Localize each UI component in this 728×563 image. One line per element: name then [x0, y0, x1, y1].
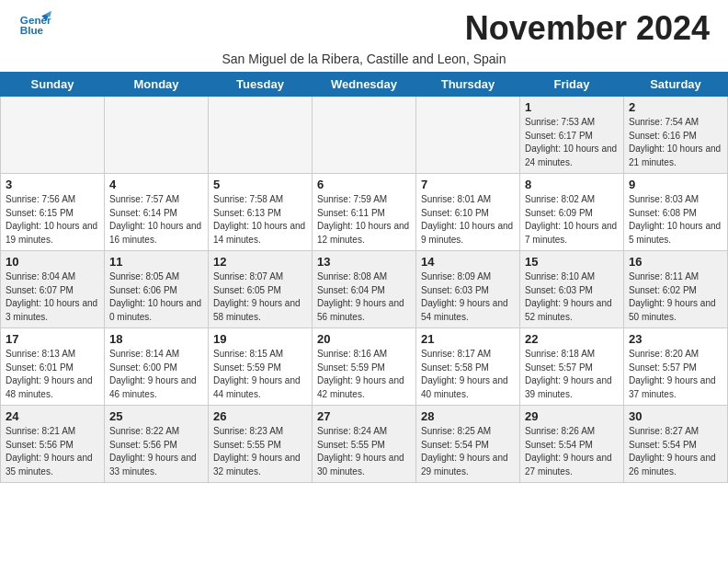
- day-number: 30: [629, 409, 722, 423]
- day-number: 15: [525, 255, 619, 269]
- day-info: Sunrise: 7:57 AM Sunset: 6:14 PM Dayligh…: [109, 193, 203, 247]
- calendar-day-cell: 19Sunrise: 8:15 AM Sunset: 5:59 PM Dayli…: [209, 328, 313, 406]
- day-info: Sunrise: 7:56 AM Sunset: 6:15 PM Dayligh…: [6, 193, 99, 247]
- weekday-header-cell: Saturday: [624, 73, 728, 97]
- calendar-day-cell: 24Sunrise: 8:21 AM Sunset: 5:56 PM Dayli…: [1, 406, 105, 483]
- calendar-day-cell: 15Sunrise: 8:10 AM Sunset: 6:03 PM Dayli…: [520, 251, 624, 328]
- day-info: Sunrise: 7:58 AM Sunset: 6:13 PM Dayligh…: [213, 193, 307, 247]
- calendar-day-cell: 29Sunrise: 8:26 AM Sunset: 5:54 PM Dayli…: [520, 406, 624, 483]
- calendar-day-cell: 5Sunrise: 7:58 AM Sunset: 6:13 PM Daylig…: [209, 174, 313, 251]
- calendar-day-cell: 9Sunrise: 8:03 AM Sunset: 6:08 PM Daylig…: [624, 174, 728, 251]
- day-number: 6: [317, 178, 411, 191]
- calendar-day-cell: [416, 97, 520, 174]
- calendar-day-cell: 1Sunrise: 7:53 AM Sunset: 6:17 PM Daylig…: [520, 97, 624, 174]
- day-info: Sunrise: 8:13 AM Sunset: 6:01 PM Dayligh…: [6, 348, 99, 401]
- calendar-day-cell: 3Sunrise: 7:56 AM Sunset: 6:15 PM Daylig…: [1, 174, 105, 251]
- day-info: Sunrise: 8:08 AM Sunset: 6:04 PM Dayligh…: [317, 270, 411, 324]
- calendar-week-row: 17Sunrise: 8:13 AM Sunset: 6:01 PM Dayli…: [1, 328, 728, 406]
- logo: General Blue: [18, 9, 51, 42]
- day-info: Sunrise: 8:09 AM Sunset: 6:03 PM Dayligh…: [421, 270, 515, 324]
- calendar-day-cell: 30Sunrise: 8:27 AM Sunset: 5:54 PM Dayli…: [624, 406, 728, 483]
- calendar-week-row: 10Sunrise: 8:04 AM Sunset: 6:07 PM Dayli…: [1, 251, 728, 328]
- day-info: Sunrise: 8:07 AM Sunset: 6:05 PM Dayligh…: [213, 270, 307, 324]
- calendar-day-cell: 22Sunrise: 8:18 AM Sunset: 5:57 PM Dayli…: [520, 328, 624, 406]
- calendar-day-cell: [105, 97, 209, 174]
- day-info: Sunrise: 8:20 AM Sunset: 5:57 PM Dayligh…: [629, 348, 722, 401]
- day-info: Sunrise: 8:14 AM Sunset: 6:00 PM Dayligh…: [109, 348, 203, 401]
- day-number: 26: [213, 409, 307, 423]
- calendar-day-cell: [313, 97, 416, 174]
- day-number: 4: [109, 178, 203, 191]
- calendar-day-cell: [209, 97, 313, 174]
- day-info: Sunrise: 8:17 AM Sunset: 5:58 PM Dayligh…: [421, 348, 515, 401]
- calendar-day-cell: 11Sunrise: 8:05 AM Sunset: 6:06 PM Dayli…: [105, 251, 209, 328]
- svg-text:Blue: Blue: [20, 24, 44, 36]
- day-number: 28: [421, 409, 515, 423]
- day-info: Sunrise: 8:16 AM Sunset: 5:59 PM Dayligh…: [317, 348, 411, 401]
- calendar-day-cell: 23Sunrise: 8:20 AM Sunset: 5:57 PM Dayli…: [624, 328, 728, 406]
- logo-icon: General Blue: [18, 9, 51, 42]
- day-number: 19: [213, 332, 307, 346]
- weekday-header-cell: Tuesday: [209, 73, 313, 97]
- calendar-week-row: 24Sunrise: 8:21 AM Sunset: 5:56 PM Dayli…: [1, 406, 728, 483]
- day-number: 20: [317, 332, 411, 346]
- weekday-header-cell: Wednesday: [313, 73, 416, 97]
- day-info: Sunrise: 8:27 AM Sunset: 5:54 PM Dayligh…: [629, 425, 722, 478]
- day-number: 2: [629, 100, 722, 114]
- day-number: 11: [109, 255, 203, 269]
- weekday-header-cell: Monday: [105, 73, 209, 97]
- day-number: 9: [629, 178, 722, 191]
- day-number: 7: [421, 178, 515, 191]
- weekday-header-cell: Sunday: [1, 73, 105, 97]
- day-number: 5: [213, 178, 307, 191]
- day-info: Sunrise: 7:53 AM Sunset: 6:17 PM Dayligh…: [525, 116, 619, 169]
- page-header: General Blue November 2024: [0, 0, 728, 52]
- day-info: Sunrise: 8:10 AM Sunset: 6:03 PM Dayligh…: [525, 270, 619, 324]
- calendar-day-cell: 14Sunrise: 8:09 AM Sunset: 6:03 PM Dayli…: [416, 251, 520, 328]
- day-info: Sunrise: 8:21 AM Sunset: 5:56 PM Dayligh…: [6, 425, 99, 478]
- day-info: Sunrise: 8:02 AM Sunset: 6:09 PM Dayligh…: [525, 193, 619, 247]
- day-number: 14: [421, 255, 515, 269]
- day-info: Sunrise: 7:54 AM Sunset: 6:16 PM Dayligh…: [629, 116, 722, 169]
- day-number: 18: [109, 332, 203, 346]
- location-subtitle: San Miguel de la Ribera, Castille and Le…: [0, 52, 728, 72]
- day-number: 12: [213, 255, 307, 269]
- calendar-day-cell: 2Sunrise: 7:54 AM Sunset: 6:16 PM Daylig…: [624, 97, 728, 174]
- day-number: 27: [317, 409, 411, 423]
- day-info: Sunrise: 8:26 AM Sunset: 5:54 PM Dayligh…: [525, 425, 619, 478]
- day-number: 8: [525, 178, 619, 191]
- day-number: 17: [6, 332, 99, 346]
- day-number: 21: [421, 332, 515, 346]
- day-number: 22: [525, 332, 619, 346]
- calendar-day-cell: 6Sunrise: 7:59 AM Sunset: 6:11 PM Daylig…: [313, 174, 416, 251]
- day-info: Sunrise: 8:22 AM Sunset: 5:56 PM Dayligh…: [109, 425, 203, 478]
- calendar-day-cell: 13Sunrise: 8:08 AM Sunset: 6:04 PM Dayli…: [313, 251, 416, 328]
- day-info: Sunrise: 8:25 AM Sunset: 5:54 PM Dayligh…: [421, 425, 515, 478]
- day-info: Sunrise: 8:05 AM Sunset: 6:06 PM Dayligh…: [109, 270, 203, 324]
- day-number: 10: [6, 255, 99, 269]
- calendar-day-cell: 4Sunrise: 7:57 AM Sunset: 6:14 PM Daylig…: [105, 174, 209, 251]
- calendar-day-cell: 28Sunrise: 8:25 AM Sunset: 5:54 PM Dayli…: [416, 406, 520, 483]
- month-title: November 2024: [465, 9, 710, 48]
- day-info: Sunrise: 8:03 AM Sunset: 6:08 PM Dayligh…: [629, 193, 722, 247]
- day-number: 1: [525, 100, 619, 114]
- day-number: 16: [629, 255, 722, 269]
- weekday-header-cell: Thursday: [416, 73, 520, 97]
- calendar-day-cell: 18Sunrise: 8:14 AM Sunset: 6:00 PM Dayli…: [105, 328, 209, 406]
- calendar-week-row: 1Sunrise: 7:53 AM Sunset: 6:17 PM Daylig…: [1, 97, 728, 174]
- day-number: 29: [525, 409, 619, 423]
- calendar-table: SundayMondayTuesdayWednesdayThursdayFrid…: [0, 72, 728, 483]
- day-number: 25: [109, 409, 203, 423]
- day-info: Sunrise: 8:04 AM Sunset: 6:07 PM Dayligh…: [6, 270, 99, 324]
- calendar-day-cell: 25Sunrise: 8:22 AM Sunset: 5:56 PM Dayli…: [105, 406, 209, 483]
- calendar-day-cell: 27Sunrise: 8:24 AM Sunset: 5:55 PM Dayli…: [313, 406, 416, 483]
- calendar-day-cell: 26Sunrise: 8:23 AM Sunset: 5:55 PM Dayli…: [209, 406, 313, 483]
- calendar-day-cell: 12Sunrise: 8:07 AM Sunset: 6:05 PM Dayli…: [209, 251, 313, 328]
- calendar-day-cell: 10Sunrise: 8:04 AM Sunset: 6:07 PM Dayli…: [1, 251, 105, 328]
- weekday-header-row: SundayMondayTuesdayWednesdayThursdayFrid…: [1, 73, 728, 97]
- day-info: Sunrise: 8:24 AM Sunset: 5:55 PM Dayligh…: [317, 425, 411, 478]
- calendar-week-row: 3Sunrise: 7:56 AM Sunset: 6:15 PM Daylig…: [1, 174, 728, 251]
- calendar-day-cell: 16Sunrise: 8:11 AM Sunset: 6:02 PM Dayli…: [624, 251, 728, 328]
- calendar-body: 1Sunrise: 7:53 AM Sunset: 6:17 PM Daylig…: [1, 97, 728, 483]
- day-info: Sunrise: 7:59 AM Sunset: 6:11 PM Dayligh…: [317, 193, 411, 247]
